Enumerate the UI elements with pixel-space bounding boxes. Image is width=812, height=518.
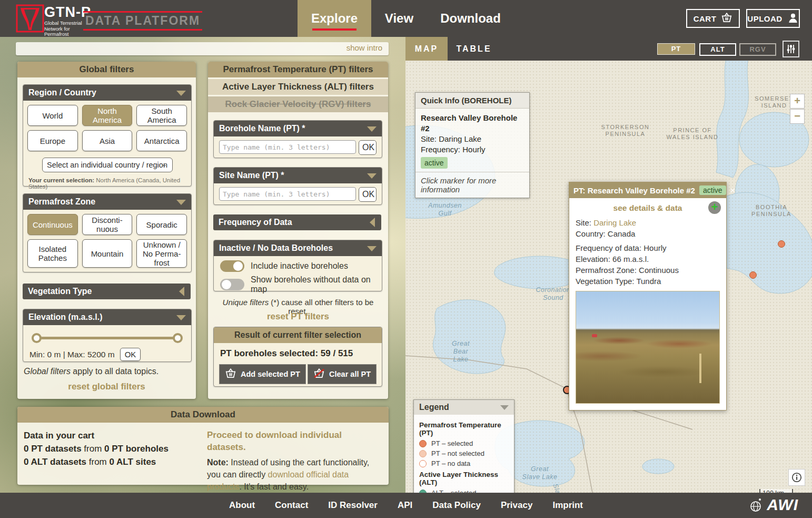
detail-elevation: Elevation: 66 m.a.s.l.	[576, 253, 720, 265]
zoom-in-button[interactable]: +	[790, 94, 805, 109]
gtnp-data-platform: GTN-P Global Terrestrial Network for Per…	[0, 0, 812, 518]
quick-info-name: Research Valley Borehole #2	[421, 113, 524, 134]
toggle-knob	[233, 261, 243, 271]
nav-tab-download[interactable]: Download	[435, 0, 506, 37]
legend-header[interactable]: Legend	[414, 400, 514, 415]
tab-map[interactable]: MAP	[405, 37, 448, 61]
footer-link-contact[interactable]: Contact	[275, 500, 308, 511]
nav-tab-view[interactable]: View	[375, 0, 423, 37]
frequency-header-label: Frequency of Data	[219, 218, 292, 227]
show-intro-link[interactable]: show intro	[346, 43, 382, 52]
vegetation-type-header[interactable]: Vegetation Type	[23, 284, 191, 299]
site-name-header-label: Site Name (PT) *	[219, 171, 284, 180]
label-great-slave-lake: GreatSlave Lake	[519, 465, 561, 481]
footer-link-id-resolver[interactable]: ID Resolver	[328, 500, 378, 511]
zone-button-sporadic[interactable]: Sporadic	[136, 214, 187, 235]
tab-alt-filters[interactable]: Active Layer Thickness (ALT) filters	[208, 79, 388, 95]
awi-logo[interactable]: AWI	[749, 496, 798, 514]
site-name-box: Site Name (PT) * OK	[213, 167, 382, 205]
global-filters-title: Global filters	[17, 62, 196, 77]
cart-alt-line: 0 ALT datasets from 0 ALT sites	[24, 455, 197, 468]
slider-handle-min[interactable]	[32, 333, 42, 343]
cart-button[interactable]: CART	[686, 9, 740, 28]
global-filters-panel: Global filters Region / Country World No…	[17, 62, 196, 399]
slider-handle-max[interactable]	[173, 333, 183, 343]
region-button-south-america[interactable]: South America	[136, 105, 187, 126]
site-name-input[interactable]	[219, 187, 356, 201]
nav-tab-explore[interactable]: Explore	[298, 0, 371, 37]
elevation-range-slider[interactable]	[34, 337, 181, 339]
tab-rgv-filters: Rock Glacier Velocity (RGV) filters	[208, 96, 388, 112]
see-details-link[interactable]: see details & data	[576, 203, 720, 213]
marker-borehole[interactable]	[749, 271, 757, 279]
site-link[interactable]: Daring Lake	[593, 218, 636, 227]
include-inactive-toggle[interactable]	[220, 260, 244, 272]
platform-title: DATA PLATFORM	[83, 11, 202, 31]
gtnp-logo-icon[interactable]	[16, 4, 44, 33]
elevation-ok-button[interactable]: OK	[120, 348, 141, 361]
marker-borehole[interactable]	[778, 240, 785, 248]
footer-link-data-policy[interactable]: Data Policy	[432, 500, 481, 511]
region-country-header[interactable]: Region / Country	[23, 85, 191, 101]
region-button-asia[interactable]: Asia	[82, 130, 133, 151]
borehole-name-ok-button[interactable]: OK	[359, 140, 377, 155]
download-note-text2: . It's fast and easy.	[239, 482, 309, 491]
zoom-out-button[interactable]: −	[790, 109, 805, 124]
country-select[interactable]: Select an individual country / region ⌄	[42, 158, 173, 172]
zone-button-mountain[interactable]: Mountain	[82, 239, 133, 268]
result-count: PT boreholes selected: 59 / 515	[214, 343, 382, 361]
zone-button-continuous[interactable]: Continuous	[27, 214, 78, 235]
region-button-north-america[interactable]: North America	[82, 105, 133, 126]
zone-button-discontinuous[interactable]: Disconti-nuous	[82, 214, 133, 235]
detail-frequency: Frequency of data: Hourly	[576, 242, 720, 253]
footer-link-privacy[interactable]: Privacy	[501, 500, 533, 511]
layer-settings-button[interactable]	[783, 41, 799, 57]
permafrost-zone-header[interactable]: Permafrost Zone	[23, 194, 191, 210]
cart-summary: Data in your cart 0 PT datasets from 0 P…	[24, 429, 197, 468]
add-to-cart-plus-icon[interactable]: +	[708, 201, 721, 214]
map-toolbar: MAP TABLE PT ALT RGV	[405, 37, 812, 61]
frequency-header[interactable]: Frequency of Data	[213, 214, 381, 230]
cart-alt-mid: from	[86, 457, 109, 467]
borehole-name-header[interactable]: Borehole Name (PT) *	[214, 121, 382, 136]
result-box: Result of current filter selection PT bo…	[213, 327, 382, 387]
zone-button-isolated-patches[interactable]: Isolated Patches	[27, 239, 78, 268]
elevation-header[interactable]: Elevation (m.a.s.l.)	[23, 309, 191, 325]
photo-tent	[592, 334, 597, 337]
zone-button-unknown[interactable]: Unknown / No Perma-frost	[136, 239, 187, 268]
layer-button-pt[interactable]: PT	[657, 43, 695, 55]
chevron-down-icon	[176, 91, 186, 96]
show-no-data-toggle[interactable]	[220, 279, 244, 290]
site-name-header[interactable]: Site Name (PT) *	[214, 168, 382, 183]
region-button-europe[interactable]: Europe	[27, 130, 78, 151]
layer-button-alt[interactable]: ALT	[699, 43, 736, 56]
close-icon[interactable]: ×	[730, 186, 736, 195]
inactive-boreholes-header[interactable]: Inactive / No Data Boreholes	[214, 240, 382, 256]
frequency-box: Frequency of Data	[213, 214, 381, 230]
quick-info-title: Quick Info (BOREHOLE)	[415, 93, 529, 109]
tab-table[interactable]: TABLE	[448, 37, 500, 61]
proceed-download-link[interactable]: Proceed to download individual datasets.	[207, 429, 382, 453]
region-button-antarctica[interactable]: Antarctica	[136, 130, 187, 151]
borehole-name-input[interactable]	[219, 140, 356, 154]
legend-item: PT – no data	[419, 460, 509, 467]
map-info-button[interactable]	[788, 469, 805, 486]
reset-pt-filters-link[interactable]: reset PT filters	[208, 311, 388, 322]
clear-all-pt-button[interactable]: Clear all PT	[308, 364, 377, 384]
upload-button[interactable]: UPLOAD	[746, 9, 800, 28]
tab-pt-filters[interactable]: Permafrost Temperature (PT) filters	[208, 62, 388, 77]
map-canvas[interactable]: SOMERSETISLAND STORKERSONPENINSULA PRINC…	[405, 61, 812, 493]
download-note-label: Note:	[207, 458, 229, 467]
footer-link-about[interactable]: About	[229, 500, 255, 511]
reset-global-filters-link[interactable]: reset global filters	[17, 382, 196, 392]
footer-link-api[interactable]: API	[398, 500, 412, 511]
footer-link-imprint[interactable]: Imprint	[552, 500, 583, 511]
cart-pt-mid: from	[82, 444, 104, 454]
elevation-header-label: Elevation (m.a.s.l.)	[28, 312, 102, 321]
chevron-left-icon	[179, 287, 184, 296]
borehole-name-header-label: Borehole Name (PT) *	[219, 124, 305, 133]
country-select-value: Select an individual country / region	[47, 161, 167, 169]
region-button-world[interactable]: World	[27, 105, 78, 126]
add-selected-pt-button[interactable]: Add selected PT	[219, 364, 306, 384]
site-name-ok-button[interactable]: OK	[359, 187, 377, 202]
